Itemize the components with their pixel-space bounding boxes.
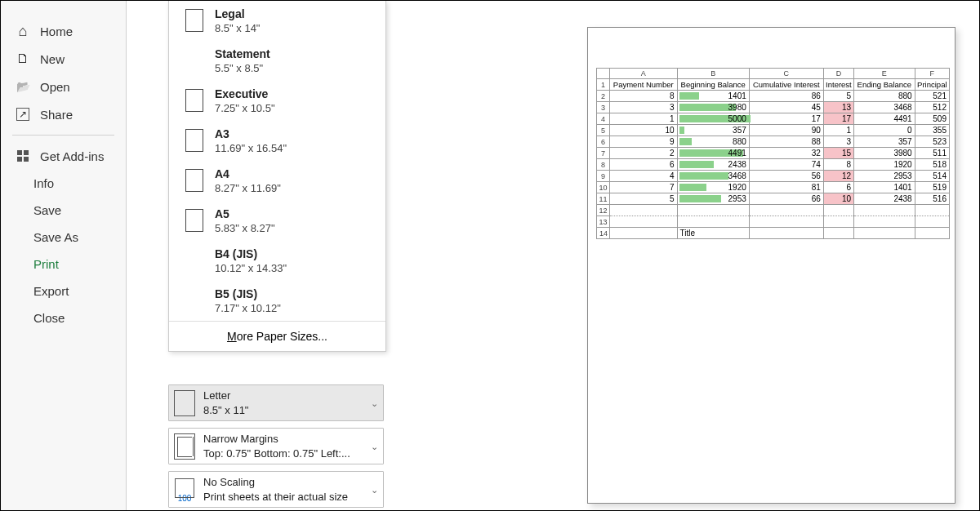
share-icon xyxy=(16,107,30,122)
paper-size-option[interactable]: Statement5.5" x 8.5" xyxy=(169,41,385,81)
nav-share[interactable]: Share xyxy=(1,100,126,128)
chevron-down-icon: ⌄ xyxy=(371,441,378,451)
print-preview-area: ABCDEF1Payment NumberBeginning BalanceCu… xyxy=(393,9,971,502)
paper-size-name: Executive xyxy=(215,87,275,100)
paper-icon xyxy=(185,209,203,232)
paper-size-name: Statement xyxy=(215,47,270,60)
print-preview-page: ABCDEF1Payment NumberBeginning BalanceCu… xyxy=(587,27,956,504)
paper-size-dim: 7.17" x 10.12" xyxy=(215,302,281,314)
setting-margins[interactable]: Narrow Margins Top: 0.75" Bottom: 0.75" … xyxy=(168,428,384,464)
nav-save-label: Save xyxy=(33,203,61,217)
chevron-down-icon: ⌄ xyxy=(371,484,378,495)
new-icon xyxy=(16,51,30,66)
nav-info-label: Info xyxy=(33,176,54,190)
paper-size-name: A3 xyxy=(215,127,287,140)
paper-size-option[interactable]: B5 (JIS)7.17" x 10.12" xyxy=(169,281,385,321)
nav-share-label: Share xyxy=(40,108,73,122)
paper-icon xyxy=(185,9,203,32)
paper-size-option[interactable]: Legal8.5" x 14" xyxy=(169,1,385,41)
setting-paper-size[interactable]: Letter 8.5" x 11" ⌄ xyxy=(168,384,384,421)
nav-addins[interactable]: Get Add-ins xyxy=(1,142,126,170)
nav-addins-label: Get Add-ins xyxy=(40,149,104,163)
addins-icon xyxy=(16,149,30,163)
nav-close-label: Close xyxy=(33,311,65,325)
paper-size-name: A5 xyxy=(215,207,275,220)
paper-size-dim: 5.5" x 8.5" xyxy=(215,62,270,74)
sidebar-divider xyxy=(12,135,114,136)
setting-paper-title: Letter xyxy=(203,389,378,403)
setting-margins-title: Narrow Margins xyxy=(203,432,378,447)
setting-paper-text: Letter 8.5" x 11" xyxy=(203,389,378,417)
setting-paper-sub: 8.5" x 11" xyxy=(203,403,378,418)
paper-size-option[interactable]: B4 (JIS)10.12" x 14.33" xyxy=(169,241,385,281)
paper-size-option[interactable]: A48.27" x 11.69" xyxy=(169,161,385,201)
scaling-icon: 100 xyxy=(174,477,195,503)
nav-open-label: Open xyxy=(40,80,70,94)
setting-margins-sub: Top: 0.75" Bottom: 0.75" Left:... xyxy=(203,447,378,461)
setting-scaling-text: No Scaling Print sheets at their actual … xyxy=(203,475,378,504)
setting-scaling[interactable]: 100 No Scaling Print sheets at their act… xyxy=(168,471,384,508)
nav-export-label: Export xyxy=(33,284,69,298)
paper-icon xyxy=(174,390,195,416)
chevron-down-icon: ⌄ xyxy=(371,398,378,408)
paper-icon xyxy=(185,129,203,152)
scaling-num: 100 xyxy=(178,494,192,503)
nav-save[interactable]: Save xyxy=(1,197,126,224)
preview-table: ABCDEF1Payment NumberBeginning BalanceCu… xyxy=(596,68,950,239)
nav-home[interactable]: Home xyxy=(1,17,126,45)
paper-size-option[interactable]: Executive7.25" x 10.5" xyxy=(169,81,385,121)
paper-icon xyxy=(185,89,203,112)
nav-saveas[interactable]: Save As xyxy=(1,224,126,251)
more-paper-sizes[interactable]: More Paper Sizes... xyxy=(169,321,385,351)
setting-margins-text: Narrow Margins Top: 0.75" Bottom: 0.75" … xyxy=(203,432,378,460)
paper-size-dim: 10.12" x 14.33" xyxy=(215,262,287,274)
paper-size-dim: 8.5" x 14" xyxy=(215,22,261,34)
nav-new[interactable]: New xyxy=(1,45,126,73)
paper-size-dropdown: Legal8.5" x 14"Statement5.5" x 8.5"Execu… xyxy=(168,1,386,352)
backstage-sidebar: Home New Open Share Get Add-ins Info Sav… xyxy=(1,1,127,510)
paper-size-option[interactable]: A311.69" x 16.54" xyxy=(169,121,385,161)
nav-export[interactable]: Export xyxy=(1,278,126,304)
nav-print[interactable]: Print xyxy=(1,251,126,278)
paper-size-dim: 8.27" x 11.69" xyxy=(215,182,281,194)
nav-close[interactable]: Close xyxy=(1,304,126,331)
nav-saveas-label: Save As xyxy=(33,230,78,244)
paper-size-dim: 11.69" x 16.54" xyxy=(215,142,287,154)
nav-info[interactable]: Info xyxy=(1,170,126,197)
setting-scaling-sub: Print sheets at their actual size xyxy=(203,490,378,504)
nav-home-label: Home xyxy=(40,24,73,38)
paper-size-dim: 7.25" x 10.5" xyxy=(215,102,275,114)
paper-size-dim: 5.83" x 8.27" xyxy=(215,222,275,234)
paper-size-name: A4 xyxy=(215,167,281,180)
open-icon xyxy=(16,79,30,94)
margins-icon xyxy=(174,433,195,460)
nav-print-label: Print xyxy=(33,257,59,271)
paper-size-name: Legal xyxy=(215,7,261,20)
paper-size-option[interactable]: A55.83" x 8.27" xyxy=(169,201,385,241)
nav-open[interactable]: Open xyxy=(1,73,126,100)
nav-new-label: New xyxy=(40,52,65,66)
setting-scaling-title: No Scaling xyxy=(203,475,378,490)
print-settings: Letter 8.5" x 11" ⌄ Narrow Margins Top: … xyxy=(168,384,384,511)
paper-icon xyxy=(185,169,203,192)
paper-size-name: B5 (JIS) xyxy=(215,287,281,300)
home-icon xyxy=(16,24,30,38)
paper-size-name: B4 (JIS) xyxy=(215,247,287,260)
preview-spreadsheet: ABCDEF1Payment NumberBeginning BalanceCu… xyxy=(596,68,950,239)
